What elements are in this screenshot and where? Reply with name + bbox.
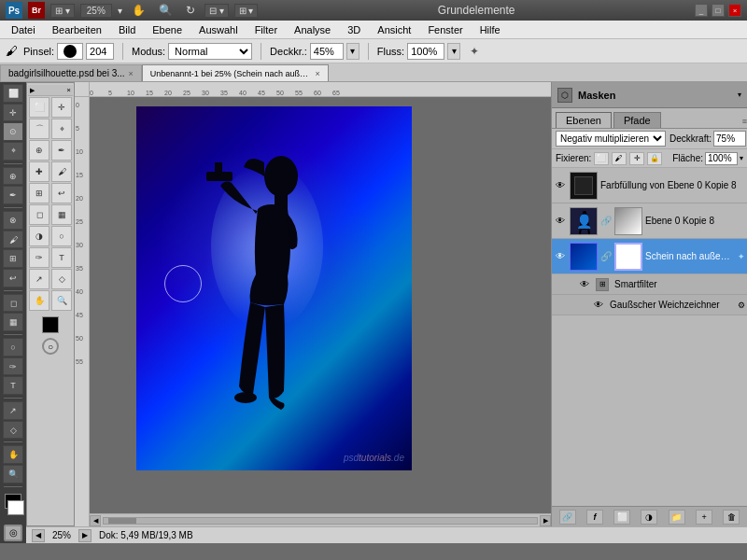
maximize-btn[interactable]: □: [712, 4, 725, 17]
scroll-right-btn[interactable]: ▶: [540, 515, 551, 526]
tool-history-brush[interactable]: ↩: [3, 269, 23, 287]
canvas-container[interactable]: psdtutorials.de: [90, 97, 551, 526]
status-nav-right[interactable]: ▶: [78, 529, 92, 542]
layers-panel-menu[interactable]: ≡: [742, 117, 747, 126]
layer-btn-adjust[interactable]: ◑: [641, 510, 657, 525]
layer-btn-link[interactable]: 🔗: [559, 510, 576, 525]
tool-eyedropper[interactable]: ✒: [3, 186, 23, 204]
layer-btn-trash[interactable]: 🗑: [723, 510, 740, 525]
airbrush-btn[interactable]: ✦: [470, 45, 479, 58]
layer-item-farbfullung[interactable]: 👁 Farbfüllung von Ebene 0 Kopie 8: [552, 168, 747, 203]
inner-hist[interactable]: ↩: [51, 183, 72, 203]
inner-pen[interactable]: ✑: [29, 247, 49, 268]
deckkraft-layers-input[interactable]: 75%: [713, 131, 746, 147]
layer-btn-group[interactable]: 📁: [669, 510, 685, 525]
inner-magic[interactable]: ⌖: [51, 119, 72, 139]
inner-path[interactable]: ↗: [29, 269, 49, 289]
tab-badgirl[interactable]: badgirlsilhouette.psd bei 3... ×: [0, 64, 142, 81]
tab-ebenen[interactable]: Ebenen: [556, 112, 612, 128]
inner-fg-color[interactable]: [42, 316, 59, 333]
layer-item-schein[interactable]: 👁 🔗 Schein nach außen von Ebe... ✦: [552, 239, 747, 274]
layer-btn-new[interactable]: +: [696, 510, 712, 525]
flaeche-input[interactable]: 100%: [705, 152, 738, 165]
inner-move[interactable]: ✛: [51, 97, 72, 118]
tool-dodge[interactable]: ○: [3, 338, 23, 357]
scrollbar-horizontal[interactable]: ◀ ▶: [90, 513, 551, 526]
tool-move[interactable]: ✛: [3, 104, 23, 122]
layer-item-ebene0kopie8[interactable]: 👁 🔗 Ebene 0 Kopie 8: [552, 203, 747, 239]
menu-analyse[interactable]: Analyse: [287, 22, 338, 37]
inner-dodge[interactable]: ○: [51, 226, 72, 246]
inner-shape[interactable]: ◇: [51, 269, 72, 289]
layer-btn-mask[interactable]: ⬜: [613, 510, 630, 525]
inner-marquee[interactable]: ⬜: [29, 97, 49, 118]
inner-eraser[interactable]: ◻: [29, 204, 49, 225]
tab-pfade[interactable]: Pfade: [613, 112, 661, 128]
brush-size-input[interactable]: 204: [86, 43, 114, 60]
tab-close-badgirl[interactable]: ×: [129, 69, 134, 78]
inner-grad[interactable]: ▦: [51, 204, 72, 225]
tool-heal[interactable]: ⊗: [3, 211, 23, 230]
menu-ansicht[interactable]: Ansicht: [370, 22, 418, 37]
status-nav-left[interactable]: ◀: [32, 529, 45, 542]
deckkraft-arrow[interactable]: ▾: [346, 43, 359, 60]
zoom-display[interactable]: 25%: [80, 4, 112, 18]
view-mode-btn[interactable]: ⊞ ▾: [50, 4, 75, 18]
inner-blur[interactable]: ◑: [29, 226, 49, 246]
masken-expand-btn[interactable]: ▾: [738, 91, 741, 99]
deckkraft-input[interactable]: 45%: [310, 43, 344, 60]
flaeche-arrow[interactable]: ▾: [740, 154, 743, 162]
fix-position[interactable]: ✛: [629, 152, 644, 165]
minimize-btn[interactable]: _: [695, 4, 708, 17]
menu-hilfe[interactable]: Hilfe: [472, 22, 508, 37]
tool-crop[interactable]: ⊕: [3, 167, 23, 186]
fix-transparent[interactable]: ⬜: [594, 152, 609, 165]
blend-mode-select[interactable]: Negativ multiplizieren: [556, 131, 666, 147]
background-color[interactable]: [7, 500, 24, 515]
tool-hand[interactable]: ✋: [3, 445, 23, 464]
tool-pen[interactable]: ✑: [3, 357, 23, 376]
menu-filter[interactable]: Filter: [247, 22, 285, 37]
layer-gaussian[interactable]: 👁 Gaußscher Weichzeichner ⚙: [552, 295, 747, 315]
close-btn[interactable]: ×: [728, 4, 741, 17]
tool-eraser[interactable]: ◻: [3, 294, 23, 313]
layer-eye-farbfullung[interactable]: 👁: [554, 179, 567, 192]
menu-fenster[interactable]: Fenster: [420, 22, 470, 37]
fix-all[interactable]: 🔒: [647, 152, 662, 165]
inner-eye[interactable]: ✒: [51, 140, 72, 161]
menu-auswahl[interactable]: Auswahl: [191, 22, 246, 37]
menu-datei[interactable]: Datei: [4, 22, 43, 37]
inner-hand[interactable]: ✋: [29, 290, 49, 311]
layer-smartfilter[interactable]: 👁 ⊞ Smartfilter: [552, 274, 747, 295]
layer-eye-smartfilter[interactable]: 👁: [580, 279, 589, 289]
modus-select[interactable]: Normal: [168, 43, 252, 60]
screen-mode-btn[interactable]: ⊞ ▾: [234, 4, 259, 18]
canvas-image[interactable]: psdtutorials.de: [136, 106, 412, 470]
inner-crop[interactable]: ⊕: [29, 140, 49, 161]
tool-path-selection[interactable]: ↗: [3, 401, 23, 420]
arrange-btn[interactable]: ⊟ ▾: [204, 4, 229, 18]
layer-eye-schein[interactable]: 👁: [554, 250, 567, 263]
menu-3d[interactable]: 3D: [340, 22, 368, 37]
fluss-input[interactable]: 100%: [407, 43, 444, 60]
menu-ebene[interactable]: Ebene: [145, 22, 190, 37]
layer-gaussian-settings[interactable]: ⚙: [738, 301, 745, 310]
tool-panel-close[interactable]: ×: [66, 86, 71, 94]
tool-lasso[interactable]: ⊙: [3, 122, 23, 141]
fix-pixels[interactable]: 🖌: [612, 152, 627, 165]
tool-marquee[interactable]: ⬜: [3, 84, 23, 103]
inner-circle-tool[interactable]: ○: [42, 338, 59, 355]
inner-text[interactable]: T: [51, 247, 72, 268]
inner-clone[interactable]: ⊞: [29, 183, 49, 203]
inner-zoom[interactable]: 🔍: [51, 290, 72, 311]
inner-heal[interactable]: ✚: [29, 161, 49, 182]
menu-bearbeiten[interactable]: Bearbeiten: [45, 22, 109, 37]
zoom-dropdown[interactable]: ▾: [118, 6, 122, 16]
tool-gradient[interactable]: ▦: [3, 313, 23, 331]
layer-eye-ebene0kopie8[interactable]: 👁: [554, 215, 567, 228]
quick-mask-btn[interactable]: ◎: [4, 525, 22, 541]
fluss-arrow[interactable]: ▾: [447, 43, 460, 60]
layer-eye-gaussian[interactable]: 👁: [594, 300, 603, 310]
scroll-left-btn[interactable]: ◀: [90, 515, 101, 526]
inner-lasso[interactable]: ⌒: [29, 119, 49, 139]
